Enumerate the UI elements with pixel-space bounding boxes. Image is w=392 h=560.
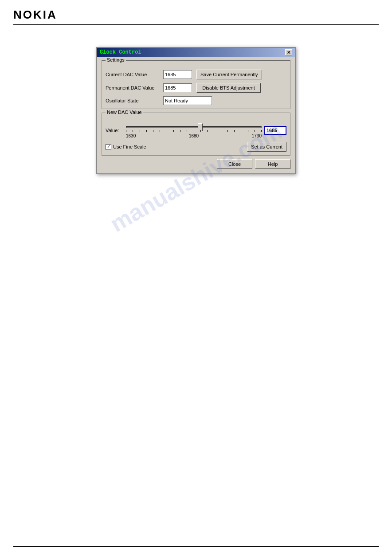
save-current-permanently-button[interactable]: Save Current Permanently bbox=[196, 70, 262, 79]
tick bbox=[140, 130, 140, 132]
oscillator-row: Oscillator State bbox=[106, 96, 286, 105]
use-fine-scale-checkbox[interactable]: ✓ bbox=[106, 144, 111, 150]
checkbox-row: ✓ Use Fine Scale Set as Current bbox=[106, 142, 286, 152]
slider-row: Value: bbox=[106, 122, 286, 138]
dac-slider[interactable] bbox=[126, 126, 262, 128]
tick bbox=[126, 130, 126, 132]
tick bbox=[207, 130, 208, 132]
permanent-dac-input[interactable] bbox=[163, 83, 192, 92]
slider-container: 1630 1680 1730 bbox=[126, 122, 262, 138]
tick bbox=[227, 130, 228, 132]
slider-mid-label: 1680 bbox=[189, 133, 199, 138]
value-label: Value: bbox=[106, 128, 123, 133]
permanent-dac-label: Permanent DAC Value bbox=[106, 85, 163, 90]
tick bbox=[146, 130, 147, 132]
use-fine-scale-container: ✓ Use Fine Scale bbox=[106, 144, 146, 150]
slider-ticks bbox=[126, 130, 262, 133]
tick bbox=[187, 130, 187, 132]
help-button[interactable]: Help bbox=[255, 159, 290, 169]
tick bbox=[241, 130, 241, 132]
tick bbox=[234, 130, 235, 132]
bottom-buttons: Close Help bbox=[102, 159, 290, 169]
tick bbox=[153, 130, 153, 132]
disable-bts-adjustment-button[interactable]: Disable BTS Adjustment bbox=[196, 83, 261, 93]
set-as-current-button[interactable]: Set as Current bbox=[247, 142, 286, 152]
settings-inner: Current DAC Value Save Current Permanent… bbox=[106, 63, 286, 105]
current-dac-label: Current DAC Value bbox=[106, 72, 163, 77]
current-dac-row: Current DAC Value Save Current Permanent… bbox=[106, 70, 286, 79]
tick bbox=[133, 130, 133, 132]
tick bbox=[180, 130, 180, 132]
new-dac-group-label: New DAC Value bbox=[106, 110, 143, 115]
tick bbox=[261, 130, 262, 132]
slider-max-label: 1730 bbox=[252, 133, 262, 138]
permanent-dac-row: Permanent DAC Value Disable BTS Adjustme… bbox=[106, 83, 286, 93]
tick bbox=[173, 130, 174, 132]
nokia-logo: NOKIA bbox=[13, 8, 379, 22]
slider-scale: 1630 1680 1730 bbox=[126, 133, 262, 138]
slider-min-label: 1630 bbox=[126, 133, 136, 138]
dialog-titlebar: Clock Control ✕ bbox=[97, 48, 295, 57]
header: NOKIA bbox=[0, 0, 392, 22]
tick bbox=[160, 130, 160, 132]
new-dac-group: New DAC Value Value: bbox=[102, 113, 290, 156]
tick bbox=[221, 130, 221, 132]
checkmark-icon: ✓ bbox=[107, 145, 110, 149]
page-content: Clock Control ✕ Settings Current DAC Val… bbox=[0, 25, 392, 174]
dac-value-input[interactable] bbox=[264, 126, 286, 135]
settings-group-label: Settings bbox=[106, 57, 126, 63]
use-fine-scale-label: Use Fine Scale bbox=[113, 144, 146, 149]
tick bbox=[255, 130, 255, 132]
dialog-body: Settings Current DAC Value Save Current … bbox=[97, 57, 295, 173]
settings-group: Settings Current DAC Value Save Current … bbox=[102, 60, 290, 109]
tick bbox=[214, 130, 214, 132]
dialog-title: Clock Control bbox=[100, 49, 141, 55]
dialog-close-button[interactable]: ✕ bbox=[285, 49, 292, 55]
new-dac-inner: Value: bbox=[106, 115, 286, 152]
oscillator-label: Oscillator State bbox=[106, 98, 163, 103]
current-dac-input[interactable] bbox=[163, 70, 192, 79]
tick bbox=[167, 130, 167, 132]
tick bbox=[248, 130, 248, 132]
tick bbox=[194, 130, 194, 132]
clock-control-dialog: Clock Control ✕ Settings Current DAC Val… bbox=[96, 47, 296, 174]
close-button[interactable]: Close bbox=[217, 159, 252, 169]
oscillator-input[interactable] bbox=[163, 96, 212, 105]
footer-rule bbox=[13, 546, 379, 547]
tick bbox=[200, 130, 201, 132]
